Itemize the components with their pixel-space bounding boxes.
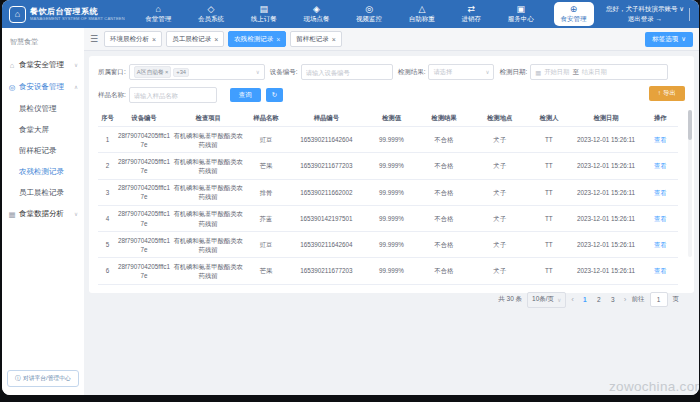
- page-number[interactable]: 3: [607, 295, 619, 304]
- date-filter-label: 检测日期:: [499, 68, 527, 77]
- cell-date: 2023-12-01 15:26:11: [569, 179, 642, 205]
- page-number[interactable]: 1: [579, 295, 591, 304]
- logout-link[interactable]: 退出登录 →: [606, 14, 684, 24]
- chart-icon: ▦: [8, 210, 16, 219]
- top-menu-item[interactable]: △ 自助称重: [402, 0, 442, 28]
- top-menu-item-label: 会员系统: [198, 15, 224, 24]
- top-menu-item[interactable]: ▣ 服务中心: [501, 0, 541, 28]
- cell-check-item: 有机磷和氨基甲酸酯类农药残留: [171, 205, 245, 231]
- table-header-cell: 操作: [643, 110, 678, 127]
- sidebar-item[interactable]: ⌂ 食堂安全管理 ∨: [2, 54, 84, 76]
- cell-check-item: 有机磷和氨基甲酸酯类农药残留: [171, 153, 245, 179]
- chevron-down-icon: ∨: [557, 297, 561, 303]
- cell-check-item: 有机磷和氨基甲酸酯类农药残留: [171, 127, 245, 153]
- tag-close-icon[interactable]: ×: [165, 69, 168, 75]
- table-row: 2 28f790704205fffc17e 有机磷和氨基甲酸酯类农药残留 芒果 …: [98, 153, 678, 179]
- view-link[interactable]: 查看: [654, 215, 667, 222]
- page-size-select[interactable]: 10条/页 ∨: [527, 292, 566, 308]
- top-menu-item[interactable]: ▤ 线上订餐: [244, 0, 284, 28]
- start-date-placeholder: 开始日期: [544, 68, 569, 77]
- cell-inspector: TT: [528, 153, 569, 179]
- device-filter-label: 设备编号:: [270, 68, 298, 77]
- cell-seq: 6: [98, 258, 117, 284]
- cell-sample-number: 165390211677203: [287, 153, 367, 179]
- top-menu-item-label: 视频监控: [356, 15, 382, 24]
- result-filter-label: 检测结果:: [398, 68, 426, 77]
- cell-sample-number: 165390211677203: [287, 258, 367, 284]
- top-menu-item[interactable]: ⌂ 食堂管理: [138, 0, 178, 28]
- sidebar-item[interactable]: 食堂大屏: [2, 119, 84, 140]
- cell-inspector: TT: [528, 258, 569, 284]
- tab-options-button[interactable]: 标签选项 ∨: [645, 32, 693, 47]
- service-center-icon: ▣: [517, 5, 526, 14]
- page-number[interactable]: 2: [593, 295, 605, 304]
- sidebar-item[interactable]: 晨检仪管理: [2, 98, 84, 119]
- more-windows-tag: +34: [173, 68, 189, 77]
- prev-page-button[interactable]: ‹: [571, 296, 574, 304]
- app-subtitle: MANAGEMENT SYSTEM OF SMART CANTEEN: [30, 16, 125, 21]
- cell-value: 99.999%: [366, 127, 417, 153]
- user-greeting[interactable]: 您好，犬子科技演示账号 ∨: [606, 4, 684, 14]
- tab-close-icon[interactable]: ×: [276, 36, 280, 43]
- cell-sample-name: 芒果: [245, 258, 286, 284]
- cell-location: 犬子: [471, 232, 528, 258]
- user-divider: [689, 8, 690, 21]
- tab-close-icon[interactable]: ×: [332, 36, 336, 43]
- window-select[interactable]: A区自助餐 × +34 ∨: [129, 64, 265, 80]
- table-scrollbar[interactable]: [688, 110, 692, 257]
- sidebar-item[interactable]: 农残检测记录: [2, 161, 84, 182]
- cell-result: 不合格: [417, 232, 471, 258]
- user-dropdown-chevron-icon[interactable]: ∨: [679, 5, 684, 12]
- view-link[interactable]: 查看: [654, 241, 667, 248]
- chevron-icon: ∨: [74, 62, 78, 68]
- goto-label: 前往: [632, 295, 645, 304]
- page-tab[interactable]: 农残检测记录 ×: [228, 31, 286, 47]
- sample-name-input[interactable]: [129, 87, 217, 103]
- search-button[interactable]: 查询: [230, 88, 261, 103]
- top-menu-item-label: 线上订餐: [251, 15, 277, 24]
- top-menu-item[interactable]: ◎ 视频监控: [349, 0, 389, 28]
- top-menu-item[interactable]: ◇ 会员系统: [191, 0, 231, 28]
- view-link[interactable]: 查看: [654, 162, 667, 169]
- top-menu-item[interactable]: ◈ 现场点餐: [296, 0, 336, 28]
- intercom-platform-button[interactable]: ⓘ 对讲平台/管理中心: [7, 370, 79, 387]
- top-menu-item[interactable]: ⇄ 进销存: [455, 0, 489, 28]
- cell-device: 28f790704205fffc17e: [117, 205, 171, 231]
- chevron-icon: ∧: [74, 84, 78, 90]
- top-menu-item[interactable]: ⊕ 食安管理: [554, 2, 594, 26]
- page-tab[interactable]: 留样柜记录 ×: [290, 31, 342, 47]
- view-link[interactable]: 查看: [654, 267, 667, 274]
- goto-page-input[interactable]: [650, 292, 668, 307]
- table-header-cell: 检测人: [528, 110, 569, 127]
- page-tab[interactable]: 员工晨检记录 ×: [166, 31, 224, 47]
- tab-close-icon[interactable]: ×: [214, 36, 218, 43]
- sidebar-item[interactable]: 留样柜记录: [2, 140, 84, 161]
- sidebar-header: 智慧食堂: [2, 28, 84, 54]
- table-row: 3 28f790704205fffc17e 有机磷和氨基甲酸酯类农药残留 排骨 …: [98, 179, 678, 205]
- view-link[interactable]: 查看: [654, 136, 667, 143]
- view-link[interactable]: 查看: [654, 189, 667, 196]
- scrollbar-thumb[interactable]: [688, 110, 692, 140]
- sidebar-item[interactable]: ▦ 食堂数据分析 ∨: [2, 203, 84, 225]
- tab-close-icon[interactable]: ×: [152, 36, 156, 43]
- sidebar-item-label: 食堂安全管理: [19, 60, 64, 70]
- filter-row-2: 样品名称: 查询 ↻: [98, 87, 685, 103]
- reset-button[interactable]: ↻: [266, 88, 283, 103]
- hamburger-icon[interactable]: ☰: [90, 35, 98, 44]
- top-menu-item-label: 食堂管理: [145, 15, 171, 24]
- main-area: ☰ 环境晨检分析 × 员工晨检记录 ×: [84, 28, 699, 395]
- date-range-picker[interactable]: ▦ 开始日期 至 结束日期: [530, 64, 668, 80]
- sidebar-item[interactable]: ◎ 食安设备管理 ∧: [2, 76, 84, 98]
- calendar-icon: ▦: [535, 69, 541, 76]
- device-number-input[interactable]: [301, 64, 393, 80]
- page-tab[interactable]: 环境晨检分析 ×: [104, 31, 162, 47]
- chevron-icon: ∨: [74, 211, 78, 217]
- result-select[interactable]: 请选择 ∨: [428, 64, 494, 80]
- next-page-button[interactable]: ›: [624, 296, 627, 304]
- open-tabs: 环境晨检分析 × 员工晨检记录 × 农残检测记录 ×: [104, 31, 342, 47]
- cell-sample-number: 165390211662002: [287, 179, 367, 205]
- sidebar-item[interactable]: 员工晨检记录: [2, 182, 84, 203]
- export-button[interactable]: ↑ 导出: [649, 86, 685, 101]
- table-header-cell: 检测值: [366, 110, 417, 127]
- cell-seq: 5: [98, 232, 117, 258]
